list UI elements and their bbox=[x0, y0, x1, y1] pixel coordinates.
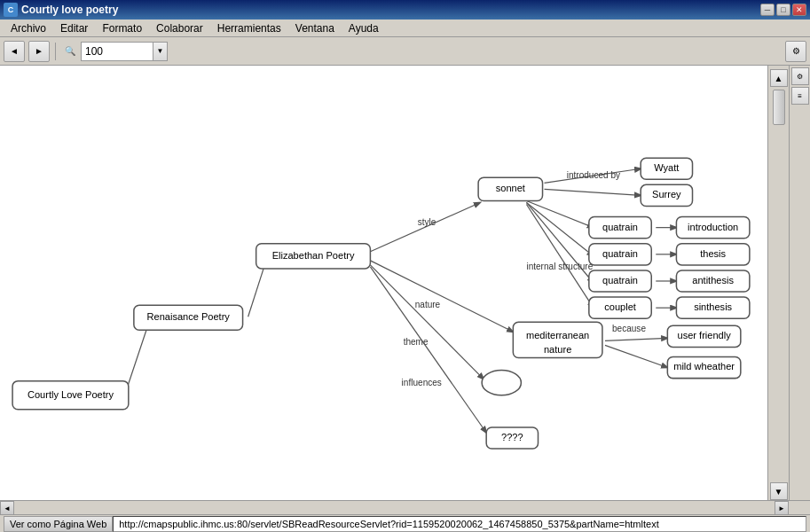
scroll-right-button[interactable]: ► bbox=[775, 501, 789, 515]
back-button[interactable]: ◄ bbox=[4, 41, 25, 62]
svg-line-17 bbox=[605, 345, 667, 367]
zoom-dropdown-button[interactable]: ▼ bbox=[153, 43, 167, 60]
quatrain3-text: quatrain bbox=[602, 275, 638, 286]
user-friendly-text: user friendly bbox=[678, 330, 732, 340]
concept-map: style nature theme influences introduced… bbox=[0, 66, 767, 500]
right-tool-1[interactable]: ⚙ bbox=[791, 67, 809, 85]
introduction-text: introduction bbox=[688, 222, 738, 232]
minimize-button[interactable]: ─ bbox=[760, 4, 775, 16]
scroll-bottom: ◄ ► bbox=[0, 500, 810, 514]
svg-line-11 bbox=[526, 204, 593, 308]
tool-button[interactable]: ⚙ bbox=[785, 41, 806, 62]
couplet-text: couplet bbox=[604, 301, 636, 312]
wyatt-text: Wyatt bbox=[654, 162, 679, 173]
because-label: because bbox=[612, 324, 646, 333]
menu-archivo[interactable]: Archivo bbox=[4, 20, 53, 36]
sonnet-text: sonnet bbox=[496, 183, 525, 193]
menu-editar[interactable]: Editar bbox=[53, 20, 95, 36]
menu-bar: Archivo Editar Formato Colaborar Herrami… bbox=[0, 20, 810, 37]
quatrain2-text: quatrain bbox=[602, 248, 638, 259]
svg-line-7 bbox=[545, 189, 641, 195]
restore-button[interactable]: □ bbox=[776, 4, 790, 16]
theme-oval-node[interactable] bbox=[482, 371, 521, 395]
zoom-icon: 🔍 bbox=[61, 43, 79, 60]
scroll-track-v bbox=[772, 89, 786, 481]
zoom-input[interactable] bbox=[82, 43, 153, 60]
sinthesis-text: sinthesis bbox=[694, 301, 732, 312]
menu-formato[interactable]: Formato bbox=[95, 20, 149, 36]
svg-line-5 bbox=[370, 267, 486, 433]
scroll-thumb-v[interactable] bbox=[773, 90, 785, 125]
right-tool-2[interactable]: ≡ bbox=[791, 87, 809, 105]
panel-top-button[interactable]: ▲ bbox=[770, 69, 788, 87]
menu-ventana[interactable]: Ventana bbox=[288, 20, 342, 36]
menu-colaborar[interactable]: Colaborar bbox=[149, 20, 210, 36]
thesis-text: thesis bbox=[700, 248, 726, 259]
canvas: style nature theme influences introduced… bbox=[0, 66, 767, 500]
zoom-box: ▼ bbox=[81, 42, 168, 61]
style-label: style bbox=[418, 217, 436, 227]
introduced-by-label: introduced by bbox=[567, 170, 620, 180]
status-url: http://cmapspublic.ihmc.us:80/servlet/SB… bbox=[113, 516, 806, 532]
svg-line-1 bbox=[248, 267, 264, 317]
antithesis-text: antithesis bbox=[692, 275, 734, 286]
close-button[interactable]: ✕ bbox=[792, 4, 806, 16]
influences-text: ???? bbox=[501, 432, 523, 442]
panel-bottom-button[interactable]: ▼ bbox=[770, 482, 788, 500]
svg-line-4 bbox=[370, 265, 484, 379]
svg-line-2 bbox=[370, 202, 480, 251]
theme-label: theme bbox=[404, 337, 429, 347]
mediterranean-text: mediterranean bbox=[526, 330, 589, 340]
elizabethan-text: Elizabethan Poetry bbox=[272, 250, 355, 261]
menu-herramientas[interactable]: Herramientas bbox=[210, 20, 288, 36]
toolbar: ◄ ► 🔍 ▼ ⚙ bbox=[0, 37, 810, 66]
scroll-track-h bbox=[14, 501, 775, 515]
internal-structure-label: internal structure bbox=[526, 262, 593, 271]
window-title: Courtly love poetry bbox=[21, 4, 118, 16]
courtly-love-text: Courtly Love Poetry bbox=[28, 389, 114, 400]
view-webpage-button[interactable]: Ver como Página Web bbox=[4, 516, 113, 532]
surrey-text: Surrey bbox=[652, 189, 681, 200]
app-icon: C bbox=[4, 3, 18, 17]
toolbar-separator bbox=[55, 43, 56, 60]
status-bar: Ver como Página Web http://cmapspublic.i… bbox=[0, 514, 810, 532]
mediterranean-text2: nature bbox=[544, 344, 571, 355]
title-bar: C Courtly love poetry ─ □ ✕ bbox=[0, 0, 810, 20]
nature-label: nature bbox=[415, 300, 441, 309]
renaisance-text: Renaisance Poetry bbox=[147, 311, 231, 322]
mild-wheather-text: mild wheather bbox=[673, 361, 735, 372]
influences-label: influences bbox=[402, 378, 442, 387]
svg-line-9 bbox=[526, 202, 593, 255]
quatrain1-text: quatrain bbox=[602, 222, 638, 232]
svg-line-16 bbox=[605, 338, 667, 340]
scroll-left-button[interactable]: ◄ bbox=[0, 501, 14, 515]
forward-button[interactable]: ► bbox=[28, 41, 50, 62]
svg-line-3 bbox=[370, 261, 513, 332]
menu-ayuda[interactable]: Ayuda bbox=[342, 20, 386, 36]
